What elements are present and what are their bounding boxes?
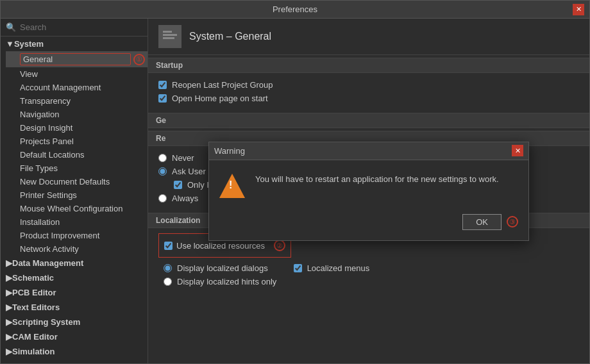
warning-exclamation: ! [229,180,232,190]
sidebar-item-view[interactable]: View [6,67,148,81]
sidebar-label-network-activity: Network Activity [20,244,142,254]
sidebar-label-scripting-system: Scripting System [12,317,80,327]
sidebar-label-default-locations: Default Locations [20,150,142,160]
search-icon: 🔍 [6,22,16,32]
sidebar-item-draftsman[interactable]: ▶ Draftsman [1,359,148,363]
sidebar-item-account-management[interactable]: Account Management [6,81,148,94]
search-box: 🔍 [1,19,148,37]
sidebar-item-transparency[interactable]: Transparency [6,94,148,108]
sidebar-label-data-management: Data Management [12,258,83,268]
ok-group: OK ③ [462,214,518,230]
badge-3: ③ [507,216,518,228]
dialog-close-button[interactable]: ✕ [512,145,523,156]
window-close-button[interactable]: ✕ [573,4,584,15]
dialog-footer: OK ③ [209,209,528,240]
dialog-body: ! You will have to restart an applicatio… [209,160,528,209]
sidebar-label-general: General [20,53,131,65]
title-bar: Preferences ✕ [1,1,589,19]
sidebar-item-general[interactable]: General ① [6,51,148,67]
sidebar-item-design-insight[interactable]: Design Insight [6,121,148,135]
window-title: Preferences [17,4,573,14]
sidebar-label-account-management: Account Management [20,83,142,92]
sidebar-item-product-improvement[interactable]: Product Improvement [6,229,148,242]
sidebar-item-pcb-editor[interactable]: ▶ PCB Editor [1,285,148,300]
sidebar-item-system[interactable]: ▼ System [1,37,148,51]
dialog-title-bar: Warning ✕ [209,142,528,160]
sidebar-label-schematic: Schematic [12,273,54,283]
sidebar-label-draftsman: Draftsman [12,361,53,363]
dialog-ok-button[interactable]: OK [462,214,501,230]
sidebar-item-file-types[interactable]: File Types [6,161,148,175]
sidebar-label-installation: Installation [20,217,142,227]
dialog-overlay: Warning ✕ ! You will have to restart an … [148,19,589,363]
main-content: System – General Startup Reopen Last Pro… [148,19,589,363]
sidebar-label-simulation: Simulation [12,347,55,356]
sidebar-item-installation[interactable]: Installation [6,215,148,229]
sidebar-label-pcb-editor: PCB Editor [12,288,56,297]
sidebar-item-network-activity[interactable]: Network Activity [6,242,148,256]
sidebar-item-data-management[interactable]: ▶ Data Management [1,256,148,270]
sidebar-item-cam-editor[interactable]: ▶ CAM Editor [1,329,148,344]
badge-1: ① [133,54,145,65]
expand-arrow-system: ▼ [6,39,14,49]
search-input[interactable] [20,22,142,32]
sidebar-label-text-editors: Text Editors [12,302,60,312]
sidebar-label-system: System [14,39,44,49]
sidebar-item-projects-panel[interactable]: Projects Panel [6,135,148,148]
sidebar-item-printer-settings[interactable]: Printer Settings [6,188,148,202]
sidebar: 🔍 ▼ System General ① [1,19,148,363]
sidebar-item-navigation[interactable]: Navigation [6,108,148,121]
sidebar-label-product-improvement: Product Improvement [20,231,142,240]
sidebar-label-mouse-wheel-configuration: Mouse Wheel Configuration [20,204,142,213]
sidebar-group-system: ▼ System General ① View [1,37,148,256]
sidebar-label-view: View [20,69,142,79]
sidebar-item-schematic[interactable]: ▶ Schematic [1,270,148,285]
warning-dialog: Warning ✕ ! You will have to restart an … [208,142,529,241]
sidebar-label-cam-editor: CAM Editor [12,332,58,342]
sidebar-label-new-document-defaults: New Document Defaults [20,177,142,186]
sidebar-label-printer-settings: Printer Settings [20,190,142,200]
system-children: General ① View Account Management Transp… [1,51,148,256]
sidebar-label-design-insight: Design Insight [20,123,142,133]
sidebar-item-new-document-defaults[interactable]: New Document Defaults [6,175,148,188]
sidebar-item-scripting-system[interactable]: ▶ Scripting System [1,315,148,329]
sidebar-item-simulation[interactable]: ▶ Simulation [1,344,148,359]
sidebar-label-projects-panel: Projects Panel [20,136,142,146]
sidebar-item-text-editors[interactable]: ▶ Text Editors [1,300,148,315]
dialog-title: Warning [214,146,245,156]
warning-icon: ! [219,173,245,199]
dialog-message: You will have to restart an application … [255,173,518,186]
sidebar-label-file-types: File Types [20,163,142,173]
sidebar-label-transparency: Transparency [20,96,142,106]
preferences-window: Preferences ✕ 🔍 ▼ System Gener [0,0,590,364]
sidebar-label-navigation: Navigation [20,110,142,119]
sidebar-item-mouse-wheel-configuration[interactable]: Mouse Wheel Configuration [6,202,148,215]
sidebar-item-default-locations[interactable]: Default Locations [6,148,148,161]
